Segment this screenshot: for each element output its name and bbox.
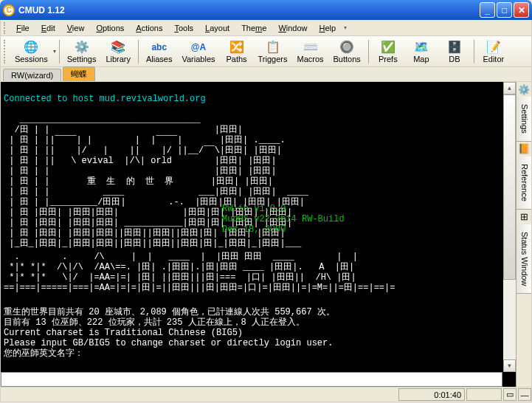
- title-bar: C CMUD 1.12 _ □ ✕: [0, 0, 532, 20]
- menu-bar: File Edit View Options Actions Tools Lay…: [0, 20, 532, 36]
- sessions-button[interactable]: 🌐Sessions: [10, 38, 52, 66]
- buttons-button[interactable]: 🔘Buttons: [329, 38, 365, 66]
- menu-tools[interactable]: Tools: [169, 22, 198, 34]
- minus-icon: —: [521, 390, 529, 399]
- side-tab-status[interactable]: Status Window: [517, 224, 531, 294]
- books-icon: 📚: [111, 40, 125, 55]
- status-time: 0:01:40: [398, 388, 465, 401]
- status-tab-icon: ⊞: [517, 210, 531, 224]
- session-tabs: RW(wizard) 蝴蝶: [0, 67, 532, 82]
- paths-button[interactable]: 🔀Paths: [221, 38, 253, 66]
- side-tab-settings[interactable]: Settings: [517, 97, 531, 142]
- macros-button[interactable]: ⌨️Macros: [292, 38, 328, 66]
- status-btn-1[interactable]: ▭: [503, 388, 517, 401]
- grip-handle[interactable]: [4, 40, 7, 63]
- menu-theme[interactable]: Theme: [236, 22, 272, 34]
- info-line1: 重生的世界目前共有 20 座城市、2,089 個角色，已計連線人次共 559,6…: [4, 307, 335, 317]
- menu-view[interactable]: View: [62, 22, 90, 34]
- prompt-line: 您的巫師英文名字：: [4, 348, 83, 359]
- close-button[interactable]: ✕: [514, 2, 529, 18]
- trigger-icon: 📋: [266, 40, 280, 55]
- library-button[interactable]: 📚Library: [101, 38, 135, 66]
- scroll-up-icon[interactable]: ▲: [503, 82, 516, 94]
- status-progress: [466, 388, 502, 401]
- square-icon: ▭: [506, 390, 514, 399]
- prefs-button[interactable]: ✅Prefs: [372, 38, 404, 66]
- side-tab-reference[interactable]: Reference: [517, 156, 531, 210]
- editor-button[interactable]: 📝Editor: [477, 38, 510, 66]
- version-line3: Dec 18, 2000: [222, 224, 286, 235]
- settings-button[interactable]: ⚙️Settings: [63, 38, 101, 66]
- abc-icon: abc: [152, 40, 167, 55]
- check-icon: ✅: [381, 40, 395, 55]
- db-icon: 🗄️: [447, 40, 462, 55]
- tab-active[interactable]: 蝴蝶: [63, 66, 95, 81]
- ascii-bottom: . . /\ | | ____ | |田田 田田 ____ | | *|* *|…: [4, 252, 395, 293]
- minimize-button[interactable]: _: [480, 2, 495, 18]
- terminal-scrollbar[interactable]: ▲ ▼: [503, 82, 516, 372]
- map-icon: 🗺️: [414, 40, 429, 55]
- scroll-down-icon[interactable]: ▼: [503, 359, 516, 372]
- map-button[interactable]: 🗺️Map: [405, 38, 438, 66]
- at-icon: @A: [191, 40, 206, 55]
- aliases-button[interactable]: abcAliases: [142, 38, 176, 66]
- menu-edit[interactable]: Edit: [36, 22, 61, 34]
- menu-layout[interactable]: Layout: [200, 22, 235, 34]
- triggers-button[interactable]: 📋Triggers: [254, 38, 292, 66]
- variables-button[interactable]: @AVariables: [177, 38, 219, 66]
- menu-help[interactable]: Help: [314, 22, 342, 34]
- status-bar: 0:01:40 ▭ —: [0, 388, 532, 402]
- tab-rw-wizard[interactable]: RW(wizard): [3, 69, 61, 81]
- command-input[interactable]: [1, 372, 502, 387]
- editor-icon: 📝: [486, 40, 501, 55]
- info-line4: Please input GB/BIG5 to change charset o…: [4, 338, 333, 348]
- settings-tab-icon: ⚙️: [517, 82, 531, 97]
- macro-icon: ⌨️: [303, 40, 318, 55]
- menu-file[interactable]: File: [11, 22, 35, 34]
- toolbar: 🌐Sessions ▾ ⚙️Settings 📚Library abcAlias…: [0, 36, 532, 67]
- gear-icon: ⚙️: [75, 40, 89, 55]
- maximize-button[interactable]: □: [497, 2, 512, 18]
- dropdown-icon[interactable]: ▾: [53, 48, 56, 55]
- connect-line: Connected to host mud.revivalworld.org: [4, 94, 206, 104]
- db-button[interactable]: 🗄️DB: [438, 38, 471, 66]
- menu-window[interactable]: Window: [273, 22, 312, 34]
- app-icon: C: [3, 4, 15, 16]
- grip-handle[interactable]: [4, 22, 7, 34]
- terminal-output: Connected to host mud.revivalworld.org _…: [1, 82, 516, 387]
- path-icon: 🔀: [229, 40, 244, 55]
- side-panel: ⚙️ Settings 📙 Reference ⊞ Status Window: [516, 82, 531, 387]
- globe-icon: 🌐: [24, 40, 38, 55]
- menu-actions[interactable]: Actions: [131, 22, 167, 34]
- version-line2: MudOS v22.2b14 RW-Build: [222, 214, 345, 224]
- status-btn-2[interactable]: —: [518, 388, 531, 401]
- window-title: CMUD 1.12: [18, 5, 480, 16]
- scroll-thumb[interactable]: [503, 94, 516, 280]
- menu-options[interactable]: Options: [91, 22, 129, 34]
- info-line2: 目前有 13 位巫師、222 位玩家，共計 235 人正在線上，8 人正在登入。: [4, 317, 305, 328]
- reference-tab-icon: 📙: [517, 142, 531, 156]
- info-line3: Current charset is Traditional Chinese (…: [4, 328, 243, 338]
- menu-overflow-icon[interactable]: ▾: [344, 24, 347, 31]
- version-line1: RWlib v1.0.0: [222, 204, 286, 214]
- button-icon: 🔘: [339, 40, 354, 55]
